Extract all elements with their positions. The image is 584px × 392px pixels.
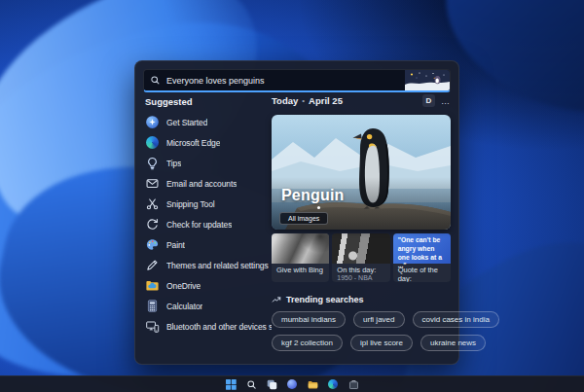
card-on-this-day[interactable]: On this day: 1950 - NBA miles...	[332, 233, 389, 282]
calculator-icon	[145, 299, 160, 313]
trending-chip[interactable]: kgf 2 collection	[272, 335, 343, 351]
suggested-item-bluetooth-devices[interactable]: Bluetooth and other devices sett...	[145, 319, 272, 334]
suggested-item-label: Microsoft Edge	[166, 138, 220, 148]
widgets-button[interactable]	[287, 379, 298, 390]
hero-title: Penguin	[281, 187, 345, 204]
suggested-header: Suggested	[145, 96, 272, 107]
suggested-item-label: Snipping Tool	[166, 199, 215, 209]
trending-chip[interactable]: ipl live score	[350, 335, 413, 351]
suggested-item-label: Check for updates	[166, 220, 232, 230]
profile-badge[interactable]: D	[422, 94, 435, 107]
trending-section: Trending searches mumbai indians urfi ja…	[272, 295, 451, 351]
pencil-icon	[145, 258, 160, 272]
card-caption: Give with Bing	[276, 266, 324, 274]
on-this-day-image	[332, 233, 389, 264]
card-give-with-bing[interactable]: Give with Bing	[272, 233, 329, 282]
suggested-item-label: Tips	[166, 159, 181, 168]
suggested-item-get-started[interactable]: Get Started	[145, 115, 272, 129]
devices-icon	[145, 319, 160, 334]
desktop-screen: Suggested Get Started Microsoft Edge Tip…	[0, 0, 584, 392]
trending-header: Trending searches	[286, 295, 364, 304]
suggested-item-snipping-tool[interactable]: Snipping Tool	[145, 196, 272, 211]
trending-icon	[272, 295, 281, 304]
suggested-item-check-updates[interactable]: Check for updates	[145, 217, 272, 232]
suggested-item-label: OneDrive	[166, 281, 201, 291]
header-separator: •	[302, 96, 305, 105]
suggested-item-themes[interactable]: Themes and related settings	[145, 258, 272, 272]
suggested-item-onedrive[interactable]: OneDrive	[145, 278, 272, 293]
quote-text: "One can't be angry when one looks at a …	[393, 233, 451, 264]
search-bar[interactable]	[143, 69, 451, 92]
scissors-icon	[145, 196, 160, 211]
trending-chip[interactable]: urfi javed	[353, 311, 404, 328]
penguin-illustration	[405, 70, 450, 90]
give-with-bing-image	[272, 233, 329, 264]
store-button[interactable]	[348, 379, 359, 390]
suggested-item-paint[interactable]: Paint	[145, 237, 272, 252]
lightbulb-icon	[145, 156, 160, 170]
edge-browser-button[interactable]	[328, 379, 339, 390]
envelope-icon	[145, 176, 160, 191]
taskbar-search-button[interactable]	[246, 379, 257, 390]
edge-icon	[145, 135, 160, 150]
suggested-item-calculator[interactable]: Calculator	[145, 299, 272, 313]
start-button[interactable]	[226, 379, 237, 390]
info-cards: Give with Bing On this day: 1950 - NBA m…	[272, 233, 451, 282]
suggested-item-microsoft-edge[interactable]: Microsoft Edge	[145, 135, 272, 150]
card-caption: On this day:	[337, 266, 384, 274]
refresh-icon	[145, 217, 160, 232]
today-label: Today	[272, 95, 298, 106]
suggested-item-label: Email and accounts	[166, 179, 237, 189]
carousel-dot	[317, 206, 320, 209]
daily-content: Today • April 25 D …	[272, 94, 451, 351]
hero-card-penguin[interactable]: Penguin All images	[272, 115, 451, 230]
more-options-icon[interactable]: …	[441, 96, 451, 106]
suggested-item-label: Bluetooth and other devices sett...	[166, 322, 272, 332]
card-subcaption: 1950 - NBA miles...	[337, 274, 384, 282]
suggested-item-label: Paint	[166, 240, 185, 250]
taskbar	[0, 375, 584, 392]
suggested-item-email-accounts[interactable]: Email and accounts	[145, 176, 272, 191]
daily-header: Today • April 25 D …	[272, 94, 451, 107]
trending-chip[interactable]: covid cases in india	[413, 311, 499, 328]
trending-chip[interactable]: ukraine news	[420, 335, 486, 351]
onedrive-icon	[145, 278, 160, 293]
suggested-section: Suggested Get Started Microsoft Edge Tip…	[145, 96, 272, 334]
task-view-button[interactable]	[267, 379, 277, 390]
all-images-button[interactable]: All images	[279, 212, 328, 225]
trending-chip[interactable]: mumbai indians	[272, 311, 346, 328]
card-caption: Quote of the day:	[398, 266, 446, 282]
get-started-icon	[145, 115, 160, 129]
palette-icon	[145, 237, 160, 252]
file-explorer-button[interactable]	[308, 379, 318, 390]
date-label: April 25	[309, 95, 343, 106]
search-input[interactable]	[166, 76, 444, 86]
suggested-item-label: Calculator	[166, 302, 202, 311]
search-panel: Suggested Get Started Microsoft Edge Tip…	[134, 60, 459, 365]
card-quote-of-day[interactable]: "One can't be angry when one looks at a …	[393, 233, 451, 282]
suggested-item-label: Themes and related settings	[166, 261, 269, 270]
suggested-item-tips[interactable]: Tips	[145, 156, 272, 170]
suggested-item-label: Get Started	[166, 118, 207, 127]
search-icon	[150, 75, 161, 86]
